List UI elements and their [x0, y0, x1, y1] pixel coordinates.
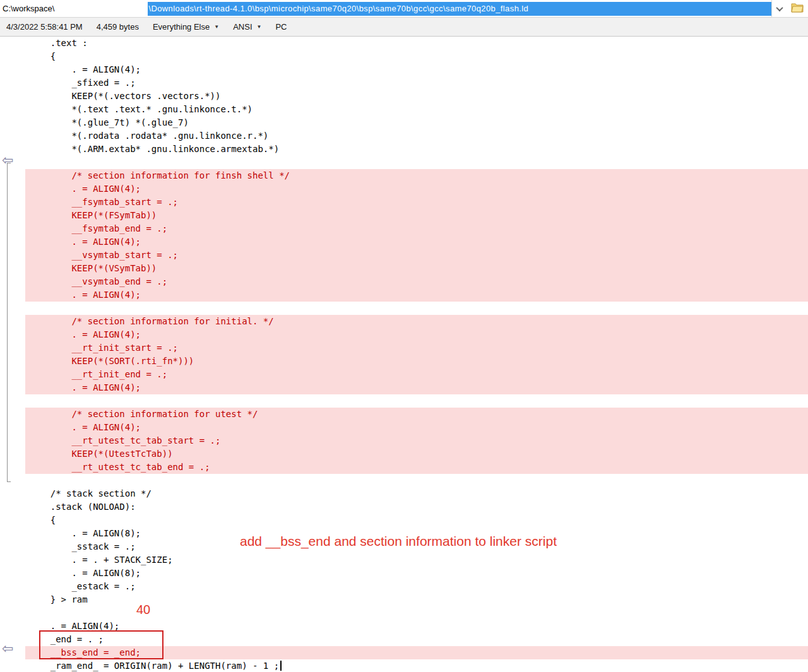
line-ending-dropdown[interactable]: PC — [275, 22, 287, 32]
path-bar: C:\workspace\ \Downloads\rt-thread-4.1.0… — [0, 0, 808, 18]
path-redacted-gap — [54, 0, 148, 17]
path-prefix-text: C:\workspace\ — [3, 4, 54, 13]
file-info-bar: 4/3/2022 5:58:41 PM 4,459 bytes Everythi… — [0, 18, 808, 37]
file-modified-timestamp: 4/3/2022 5:58:41 PM — [6, 22, 83, 32]
format-dropdown[interactable]: Everything Else ▼ — [153, 22, 219, 32]
code-line — [25, 156, 808, 169]
code-line: . = ALIGN(4); — [25, 235, 808, 249]
file-size: 4,459 bytes — [97, 22, 139, 32]
code-line: . = ALIGN(4); — [25, 63, 808, 76]
code-line: . = ALIGN(8); — [25, 567, 808, 580]
code-line: KEEP(*(VSymTab)) — [25, 262, 808, 275]
code-line: *(.glue_7t) *(.glue_7) — [25, 116, 808, 129]
code-line: __rt_init_start = .; — [25, 341, 808, 355]
encoding-dropdown-label: ANSI — [233, 22, 252, 32]
file-path-input[interactable]: C:\workspace\ \Downloads\rt-thread-4.1.0… — [0, 0, 771, 17]
diff-section-bracket — [7, 163, 8, 481]
code-line: _estack = .; — [25, 580, 808, 593]
code-line: /* section information for finsh shell *… — [25, 169, 808, 182]
code-line: __rt_utest_tc_tab_end = .; — [25, 461, 808, 474]
chevron-down-icon — [776, 4, 783, 11]
diff-section-bracket-tick — [7, 481, 11, 482]
code-line: .text : — [25, 37, 808, 50]
code-line: _ram_end_ = ORIGIN(ram) + LENGTH(ram) - … — [25, 659, 808, 672]
code-line: /* section information for initial. */ — [25, 315, 808, 328]
code-line: _sfixed = .; — [25, 76, 808, 90]
annotation-number: 40 — [136, 603, 150, 617]
line-ending-label: PC — [275, 22, 287, 32]
code-line: . = ALIGN(4); — [25, 182, 808, 196]
dropdown-arrow-icon: ▼ — [214, 24, 219, 30]
copy-left-arrow-icon[interactable]: ⇦ — [2, 153, 13, 167]
encoding-dropdown[interactable]: ANSI ▼ — [233, 22, 261, 32]
code-line: *(.rodata .rodata* .gnu.linkonce.r.*) — [25, 129, 808, 143]
code-line: __vsymtab_start = .; — [25, 249, 808, 262]
code-line: . = ALIGN(4); — [25, 328, 808, 341]
code-line: __fsymtab_end = .; — [25, 222, 808, 235]
file-viewer-window: C:\workspace\ \Downloads\rt-thread-4.1.0… — [0, 0, 808, 672]
code-line: KEEP(*(FSymTab)) — [25, 209, 808, 222]
editor-pane: .text : { . = ALIGN(4); _sfixed = .; KEE… — [0, 37, 808, 672]
code-line: .stack (NOLOAD): — [25, 500, 808, 514]
code-line: *(.ARM.extab* .gnu.linkonce.armextab.*) — [25, 143, 808, 156]
code-line: __rt_init_end = .; — [25, 368, 808, 381]
folder-icon — [791, 3, 804, 15]
code-line: KEEP(*(UtestTcTab)) — [25, 447, 808, 461]
code-line: . = ALIGN(4); — [25, 421, 808, 434]
code-line — [25, 302, 808, 315]
path-history-dropdown-button[interactable] — [771, 0, 787, 17]
code-line — [25, 394, 808, 408]
code-line: KEEP(*(.vectors .vectors.*)) — [25, 90, 808, 103]
code-line: /* section information for utest */ — [25, 408, 808, 421]
format-dropdown-label: Everything Else — [153, 22, 210, 32]
copy-left-arrow-icon[interactable]: ⇦ — [2, 642, 13, 656]
annotation-note: add __bss_end and section information to… — [240, 533, 557, 550]
code-line: { — [25, 514, 808, 527]
code-line — [25, 474, 808, 487]
code-line: . = . + STACK_SIZE; — [25, 553, 808, 567]
browse-folder-button[interactable] — [787, 0, 808, 17]
code-line: . = ALIGN(4); — [25, 288, 808, 302]
dropdown-arrow-icon: ▼ — [257, 24, 262, 30]
code-line: __fsymtab_start = .; — [25, 196, 808, 209]
code-line: *(.text .text.* .gnu.linkonce.t.*) — [25, 103, 808, 116]
path-selected-text: \Downloads\rt-thread-4.1.0\bsp\microchip… — [148, 2, 771, 16]
code-line: __rt_utest_tc_tab_start = .; — [25, 434, 808, 447]
code-line: . = ALIGN(4); — [25, 381, 808, 394]
code-line: KEEP(*(SORT(.rti_fn*))) — [25, 355, 808, 368]
code-area[interactable]: .text : { . = ALIGN(4); _sfixed = .; KEE… — [25, 37, 808, 672]
diff-section-bracket-tick — [7, 163, 11, 163]
code-line: { — [25, 50, 808, 63]
diff-gutter — [0, 37, 25, 672]
code-line: /* stack section */ — [25, 487, 808, 500]
text-caret — [280, 661, 282, 671]
code-line: __vsymtab_end = .; — [25, 275, 808, 288]
annotation-rectangle — [39, 630, 163, 659]
